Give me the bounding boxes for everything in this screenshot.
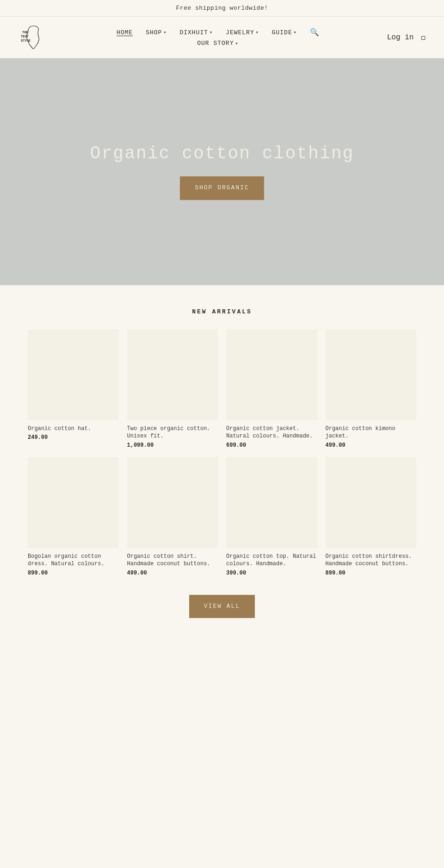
announcement-text: Free shipping worldwide! xyxy=(176,5,268,12)
product-name: Organic cotton jacket. Natural colours. … xyxy=(226,425,317,441)
product-card[interactable]: Bogolan organic cotton dress. Natural co… xyxy=(28,457,119,576)
logo[interactable]: THE TEXT STYLE xyxy=(18,22,49,52)
product-price: 499.00 xyxy=(326,442,417,449)
hero-section: Organic cotton clothing SHOP ORGANIC xyxy=(0,58,444,285)
nav-jewelry[interactable]: JEWELRY ▾ xyxy=(226,29,259,36)
product-card[interactable]: Organic cotton jacket. Natural colours. … xyxy=(226,329,317,449)
product-card[interactable]: Organic cotton top. Natural colours. Han… xyxy=(226,457,317,576)
chevron-down-icon: ▾ xyxy=(256,30,259,35)
nav-bottom: OUR STORY ▾ xyxy=(197,40,238,47)
view-all-container: VIEW ALL xyxy=(28,595,416,618)
login-link[interactable]: Log in xyxy=(387,33,414,42)
product-name: Organic cotton kimono jacket. xyxy=(326,425,417,441)
cart-icon[interactable]: ◻ xyxy=(421,33,426,42)
announcement-bar: Free shipping worldwide! xyxy=(0,0,444,17)
bottom-spacer xyxy=(0,646,444,868)
product-card[interactable]: Organic cotton kimono jacket. 499.00 xyxy=(326,329,417,449)
nav-home[interactable]: HOME xyxy=(117,29,133,36)
product-card[interactable]: Organic cotton hat. 249.00 xyxy=(28,329,119,449)
nav-top: HOME SHOP ▾ DIXHUIT ▾ JEWELRY ▾ GUIDE ▾ … xyxy=(117,28,319,37)
svg-text:STYLE: STYLE xyxy=(21,39,31,43)
logo-svg: THE TEXT STYLE xyxy=(18,22,49,52)
product-card[interactable]: Organic cotton shirt. Handmade coconut b… xyxy=(127,457,218,576)
product-image xyxy=(28,329,119,420)
nav-our-story[interactable]: OUR STORY ▾ xyxy=(197,40,238,47)
product-price: 699.00 xyxy=(226,442,317,449)
product-image xyxy=(28,457,119,548)
product-image xyxy=(326,329,417,420)
product-name: Organic cotton top. Natural colours. Han… xyxy=(226,553,317,568)
product-name: Organic cotton hat. xyxy=(28,425,119,433)
product-price: 899.00 xyxy=(326,570,417,576)
chevron-down-icon: ▾ xyxy=(163,30,166,35)
product-price: 899.00 xyxy=(28,570,119,576)
view-all-button[interactable]: VIEW ALL xyxy=(189,595,255,618)
header-actions: Log in ◻ xyxy=(387,33,426,42)
chevron-down-icon: ▾ xyxy=(294,30,297,35)
product-name: Two piece organic cotton. Unisex fit. xyxy=(127,425,218,441)
main-nav: HOME SHOP ▾ DIXHUIT ▾ JEWELRY ▾ GUIDE ▾ … xyxy=(49,28,387,47)
nav-dixhuit[interactable]: DIXHUIT ▾ xyxy=(179,29,213,36)
nav-shop[interactable]: SHOP ▾ xyxy=(146,29,166,36)
search-icon[interactable]: 🔍 xyxy=(310,28,319,37)
product-image xyxy=(226,329,317,420)
nav-guide[interactable]: GUIDE ▾ xyxy=(272,29,297,36)
product-name: Bogolan organic cotton dress. Natural co… xyxy=(28,553,119,568)
product-image xyxy=(326,457,417,548)
product-image xyxy=(127,329,218,420)
hero-title: Organic cotton clothing xyxy=(90,144,354,163)
product-price: 399.00 xyxy=(226,570,317,576)
product-name: Organic cotton shirtdress. Handmade coco… xyxy=(326,553,417,568)
product-price: 1,099.00 xyxy=(127,442,218,449)
product-image xyxy=(127,457,218,548)
shop-organic-button[interactable]: SHOP ORGANIC xyxy=(180,176,264,200)
header: THE TEXT STYLE HOME SHOP ▾ DIXHUIT ▾ JEW… xyxy=(0,17,444,58)
products-grid: Organic cotton hat. 249.00 Two piece org… xyxy=(28,329,416,576)
new-arrivals-title: NEW ARRIVALS xyxy=(28,308,416,315)
product-card[interactable]: Two piece organic cotton. Unisex fit. 1,… xyxy=(127,329,218,449)
product-price: 499.00 xyxy=(127,570,218,576)
svg-text:TEXT: TEXT xyxy=(21,35,29,38)
product-image xyxy=(226,457,317,548)
product-card[interactable]: Organic cotton shirtdress. Handmade coco… xyxy=(326,457,417,576)
chevron-down-icon: ▾ xyxy=(235,41,238,46)
chevron-down-icon: ▾ xyxy=(210,30,213,35)
product-name: Organic cotton shirt. Handmade coconut b… xyxy=(127,553,218,568)
new-arrivals-section: NEW ARRIVALS Organic cotton hat. 249.00 … xyxy=(0,285,444,646)
product-price: 249.00 xyxy=(28,434,119,441)
